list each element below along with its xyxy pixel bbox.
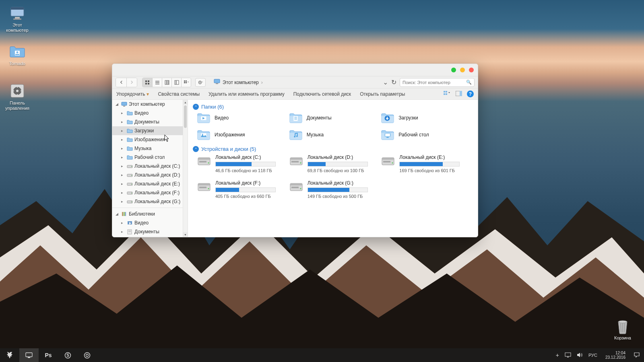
folder-item[interactable]: Изображения [197, 129, 289, 140]
folder-label: Музыка [307, 132, 324, 138]
search-box[interactable]: 🔍 [400, 78, 475, 87]
open-settings-link[interactable]: Открыть параметры [360, 91, 405, 97]
folder-item[interactable]: Документы [289, 112, 381, 123]
view-list-button[interactable] [152, 78, 162, 87]
start-button[interactable] [0, 348, 19, 362]
svg-rect-82 [291, 161, 299, 162]
svg-point-35 [200, 82, 201, 83]
folder-item[interactable]: Музыка [289, 129, 381, 140]
trash-label: Корзина [609, 335, 637, 340]
sidebar-item-folder[interactable]: ▸Видео [112, 109, 188, 117]
scrollbar-thumb[interactable] [184, 105, 187, 128]
close-button[interactable] [469, 68, 474, 72]
folder-item[interactable]: Рабочий стол [381, 129, 473, 140]
svg-rect-33 [186, 82, 187, 83]
desktop-icon-tornado[interactable]: Tornado [2, 43, 33, 66]
sidebar-item-folder[interactable]: ▸Музыка [112, 144, 188, 153]
view-columns-button[interactable] [162, 78, 171, 87]
view-options-button[interactable] [444, 90, 451, 97]
taskbar-explorer-button[interactable] [19, 348, 39, 362]
breadcrumb-location[interactable]: Этот компьютер [223, 80, 259, 85]
group-header-drives[interactable]: ⌃ Устройства и диски (5) [193, 146, 473, 152]
drive-item[interactable]: Локальный диск (D:)69,8 ГБ свободно из 1… [289, 154, 381, 173]
drive-item[interactable]: Локальный диск (E:)169 ГБ свободно из 60… [381, 154, 473, 173]
tray-action-center-icon[interactable] [634, 352, 640, 359]
content-area: ⌃ Папки (6) ВидеоДокументыЗагрузкиИзобра… [188, 100, 478, 237]
sidebar-item-drive[interactable]: ▸Локальный диск (D:) [112, 171, 188, 179]
svg-rect-103 [567, 357, 569, 358]
search-input[interactable] [402, 80, 466, 85]
folder-item[interactable]: Видео [197, 112, 289, 123]
sidebar-item-drive[interactable]: ▸Локальный диск (G:) [112, 197, 188, 206]
desktop-icon-control-panel[interactable]: Панель управления [2, 83, 33, 111]
view-grouping-button[interactable] [181, 78, 191, 87]
svg-rect-43 [460, 91, 462, 96]
preview-pane-button[interactable] [456, 91, 462, 97]
view-gallery-button[interactable] [171, 78, 181, 87]
uninstall-program-link[interactable]: Удалить или изменить программу [208, 91, 285, 97]
sidebar-scrollbar[interactable]: ▲ ▼ [183, 100, 188, 237]
refresh-button[interactable]: ↻ [391, 78, 396, 86]
drive-icon [381, 154, 395, 167]
folder-item[interactable]: Загрузки [381, 112, 473, 123]
sidebar-root-this-pc[interactable]: ◢ Этот компьютер [112, 100, 188, 109]
drive-icon [126, 198, 133, 205]
tray-volume-icon[interactable] [577, 352, 583, 358]
tray-add-icon[interactable]: + [556, 352, 559, 358]
sidebar-item-folder[interactable]: ▸Загрузки [112, 126, 188, 135]
group-header-folders[interactable]: ⌃ Папки (6) [193, 104, 473, 110]
nav-back-button[interactable] [116, 78, 126, 87]
folder-icon [289, 112, 303, 123]
tray-clock[interactable]: 12:04 23.12.2016 [603, 351, 628, 360]
titlebar[interactable] [112, 64, 478, 76]
scroll-down-button[interactable]: ▼ [183, 232, 188, 237]
map-network-drive-link[interactable]: Подключить сетевой диск [293, 91, 351, 97]
svg-point-79 [208, 162, 209, 164]
drive-item[interactable]: Локальный диск (C:)46,6 ГБ свободно из 1… [197, 154, 289, 173]
sidebar-item-library[interactable]: ▸Видео [112, 218, 188, 227]
svg-rect-36 [214, 79, 220, 83]
sidebar-item-folder[interactable]: ▸Документы [112, 117, 188, 126]
sidebar-item-drive[interactable]: ▸Локальный диск (C:) [112, 162, 188, 171]
drive-free-text: 46,6 ГБ свободно из 118 ГБ [215, 168, 282, 173]
drive-usage-bar [215, 187, 276, 192]
svg-point-9 [16, 90, 19, 92]
organize-menu[interactable]: Упорядочить ▾ [116, 91, 149, 97]
system-properties-link[interactable]: Свойства системы [158, 91, 200, 97]
help-button[interactable]: ? [467, 90, 474, 97]
group-title: Папки (6) [201, 104, 224, 110]
svg-rect-19 [148, 80, 149, 82]
svg-rect-30 [184, 80, 185, 82]
desktop-icon-label: Панель управления [2, 101, 33, 111]
taskbar-skype-button[interactable]: S [58, 348, 77, 362]
toolbar-commands: Упорядочить ▾ Свойства системы Удалить и… [112, 88, 478, 100]
sidebar-item-drive[interactable]: ▸Локальный диск (F:) [112, 188, 188, 197]
settings-gear-button[interactable] [195, 78, 206, 87]
sidebar-item-folder[interactable]: ▸Изображения [112, 135, 188, 144]
sidebar-item-label: Видео [134, 110, 149, 116]
sidebar-item-drive[interactable]: ▸Локальный диск (E:) [112, 179, 188, 188]
svg-rect-93 [290, 183, 302, 185]
desktop-icon-this-pc[interactable]: Этот компьютер [2, 5, 33, 33]
taskbar-chrome-button[interactable] [77, 348, 97, 362]
minimize-button[interactable] [451, 68, 456, 72]
explorer-window: Этот компьютер › ⌄ ↻ 🔍 Упорядочить ▾ Сво… [112, 64, 478, 237]
sidebar-item-library[interactable]: ▸Документы [112, 227, 188, 236]
sidebar-root-libraries[interactable]: ◢ Библиотеки [112, 210, 188, 218]
view-icons-button[interactable] [142, 78, 152, 87]
desktop-icon-trash[interactable]: Корзина [609, 318, 637, 340]
tray-language[interactable]: РУС [588, 353, 597, 358]
nav-forward-button[interactable] [126, 78, 137, 87]
drive-icon [126, 181, 133, 187]
tray-monitor-icon[interactable] [565, 352, 571, 358]
drive-usage-bar [399, 162, 460, 167]
sidebar-item-label: Локальный диск (C:) [134, 163, 180, 169]
drive-item[interactable]: Локальный диск (G:)149 ГБ свободно из 50… [289, 180, 381, 199]
sidebar-item-folder[interactable]: ▸Рабочий стол [112, 153, 188, 162]
breadcrumb[interactable]: Этот компьютер › [214, 79, 263, 86]
drive-item[interactable]: Локальный диск (F:)405 ГБ свободно из 66… [197, 180, 289, 199]
maximize-button[interactable] [460, 68, 465, 72]
scroll-up-button[interactable]: ▲ [183, 100, 188, 105]
breadcrumb-history-button[interactable]: ⌄ [383, 78, 388, 86]
taskbar-photoshop-button[interactable]: Ps [39, 348, 58, 362]
